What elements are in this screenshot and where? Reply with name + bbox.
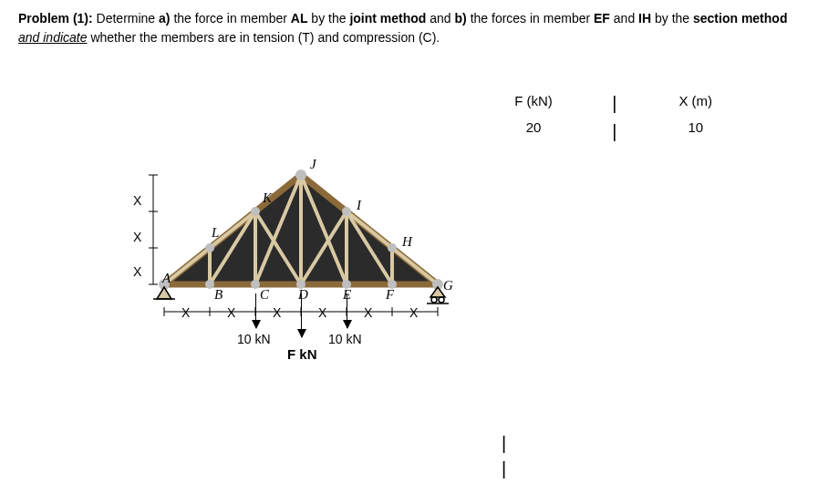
joint-B: B (214, 287, 223, 303)
force-10kn-2: 10 kN (328, 332, 362, 346)
member-ih: IH (638, 11, 651, 26)
sep1: | (606, 93, 624, 114)
dim-x-v2: X (133, 230, 141, 244)
problem-statement: Problem (1): Determine a) the force in m… (18, 9, 800, 47)
by-section: by the (655, 11, 689, 26)
part-b-text: the forces in member (471, 11, 591, 26)
bar1: | (502, 430, 506, 456)
joint-G: G (443, 278, 453, 293)
joint-H: H (402, 234, 412, 250)
head-f: F (kN) (465, 93, 602, 108)
dim-x-v3: X (133, 264, 141, 279)
force-arrow-D (301, 293, 302, 337)
dim-x-h1: X (181, 305, 190, 320)
force-FkN: F kN (287, 346, 317, 362)
svg-point-26 (295, 170, 306, 180)
dim-x-h2: X (227, 305, 235, 320)
section-method: section method (693, 11, 787, 26)
joint-method: joint method (349, 11, 426, 26)
val-x: 10 (627, 119, 764, 135)
data-table: F (kN) 20 | | X (m) 10 (465, 93, 812, 142)
joint-F: F (386, 287, 394, 303)
bottom-marks: | | (502, 430, 506, 481)
part-a-label: a) (159, 11, 170, 26)
member-al: AL (291, 11, 308, 26)
joint-K: K (263, 190, 272, 206)
svg-point-33 (439, 297, 444, 303)
dim-x-h5: X (364, 305, 372, 320)
and-text: and (430, 11, 450, 26)
part-b-label: b) (455, 11, 467, 26)
val-f: 20 (465, 119, 602, 135)
joint-L: L (212, 225, 219, 241)
sep2: | (606, 121, 624, 142)
and2-text: and (614, 11, 635, 26)
by-joint: by the (311, 11, 346, 26)
truss-diagram: A B C D E F G H I J K L X X X X X X X (146, 111, 456, 385)
dim-x-h3: X (273, 305, 281, 320)
problem-label: Problem (1): (18, 11, 93, 26)
dim-x-h4: X (318, 305, 326, 320)
force-10kn-1: 10 kN (237, 332, 271, 346)
dim-x-v1: X (133, 193, 141, 208)
force-arrow-E (347, 293, 347, 328)
svg-point-18 (205, 280, 214, 289)
member-ef: EF (594, 11, 610, 26)
indicate-underline: and indicate (18, 30, 88, 45)
indicate-rest: whether the members are in tension (T) a… (90, 30, 440, 45)
svg-point-28 (388, 243, 397, 252)
svg-point-32 (431, 297, 437, 303)
joint-D: D (298, 287, 308, 303)
part-a-text: the force in member (173, 11, 287, 26)
problem-intro: Determine (97, 11, 156, 26)
svg-point-19 (251, 280, 260, 289)
joint-C: C (260, 287, 269, 303)
joint-A: A (162, 271, 171, 286)
force-arrow-C (255, 293, 256, 328)
svg-point-24 (205, 243, 214, 252)
bar2: | (502, 456, 506, 481)
svg-point-25 (251, 207, 260, 216)
dim-x-h6: X (409, 305, 418, 320)
joint-J: J (310, 157, 316, 172)
dim-vertical-line (144, 166, 162, 312)
joint-I: I (357, 198, 361, 213)
head-x: X (m) (627, 93, 764, 108)
svg-point-27 (342, 207, 351, 216)
